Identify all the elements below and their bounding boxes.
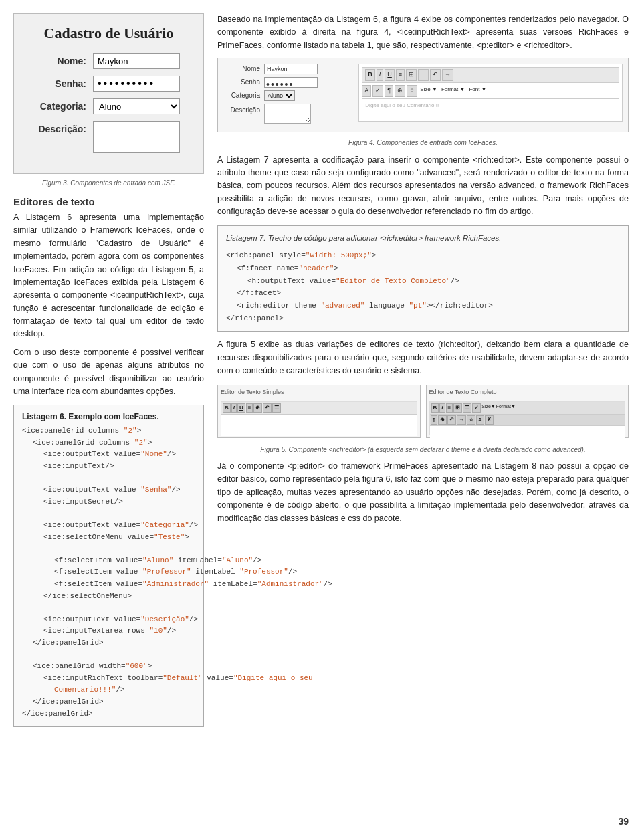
code-line: <ice:inputText/> bbox=[22, 461, 195, 473]
fig4-textarea-descricao[interactable] bbox=[264, 104, 311, 124]
form-title: Cadastro de Usuário bbox=[26, 25, 191, 42]
tb2-1[interactable]: A bbox=[362, 85, 371, 97]
editor-rich-box: Editor de Texto Completo B I ≡ ⊞ ☰ ✓ Siz… bbox=[426, 385, 629, 438]
textarea-descricao[interactable] bbox=[93, 121, 180, 153]
l7-line2: <f:facet name="header"> bbox=[226, 262, 620, 275]
tb-underline[interactable]: U bbox=[385, 69, 395, 81]
fig5-caption: Figura 5. Componente <rich:editor> (à es… bbox=[217, 445, 629, 455]
tb-misc5[interactable]: → bbox=[442, 69, 453, 81]
rich-tb-misc2[interactable]: ⊞ bbox=[453, 403, 462, 413]
right-column: Baseado na implementação da Listagem 6, … bbox=[217, 13, 629, 827]
fig4-rich-content: Digite aqui o seu Comentario!!! bbox=[362, 98, 619, 118]
editor-rich-content: B I ≡ ⊞ ☰ ✓ Size▼ Format▼ ¶ ⊕ ↶ → bbox=[429, 401, 626, 435]
l7-line6: </rich:panel> bbox=[226, 312, 620, 325]
code-line: <ice:inputSecret/> bbox=[22, 496, 195, 508]
right-intro-paragraph: Baseado na implementação da Listagem 6, … bbox=[217, 13, 629, 52]
fig4-toolbar2: A ✓ ¶ ⊕ ☆ Size ▼ Format ▼ Font ▼ bbox=[362, 85, 619, 97]
l7-line3: <h:outputText value="Editor de Texto Com… bbox=[226, 275, 620, 288]
listing6-code: <ice:panelGrid columns="2"> <ice:panelGr… bbox=[22, 425, 195, 720]
code-line: <ice:panelGrid columns="2"> bbox=[22, 425, 195, 437]
tb-misc4[interactable]: ↶ bbox=[430, 69, 441, 81]
rich-tb-misc1[interactable]: ≡ bbox=[446, 403, 453, 413]
fig4-label-nome: Nome bbox=[223, 64, 260, 74]
listing7-code: <rich:panel style="width: 500px;"> <f:fa… bbox=[226, 249, 620, 324]
simple-tb-b[interactable]: B bbox=[223, 403, 231, 413]
select-categoria[interactable]: Aluno Professor Administrador bbox=[93, 98, 180, 114]
jsf-form-screenshot: Cadastro de Usuário Nome: Senha: Categor… bbox=[13, 13, 204, 174]
tb2-format: Format ▼ bbox=[440, 85, 466, 97]
fig4-row-senha: Senha •••••• bbox=[223, 77, 352, 88]
code-line bbox=[22, 508, 195, 520]
code-line: <f:selectItem value="Administrador" item… bbox=[22, 579, 195, 591]
tb-misc1[interactable]: ≡ bbox=[396, 69, 405, 81]
simple-content-area bbox=[221, 415, 417, 436]
fig4-select-categoria[interactable]: Aluno bbox=[264, 90, 295, 101]
l7-line1: <rich:panel style="width: 500px;"> bbox=[226, 249, 620, 262]
rich-tb-i[interactable]: I bbox=[439, 403, 445, 413]
form-row-nome: Nome: bbox=[26, 53, 191, 69]
simple-tb-i[interactable]: I bbox=[231, 403, 237, 413]
rich-tb-misc3[interactable]: ☰ bbox=[463, 403, 471, 413]
code-line: <ice:outputText value="Nome"/> bbox=[22, 449, 195, 461]
fig4-row-nome: Nome Haykon bbox=[223, 64, 352, 74]
fig4-caption: Figura 4. Componentes de entrada com Ice… bbox=[217, 138, 629, 148]
simple-tb-5[interactable]: ⊕ bbox=[253, 403, 262, 413]
code-line: </ice:panelGrid> bbox=[22, 696, 195, 708]
listing7-box: Listagem 7. Trecho de código para adicio… bbox=[217, 225, 629, 332]
rich-tb2-2[interactable]: ⊕ bbox=[438, 415, 447, 425]
right-paragraph3: A Listagem 7 apresenta a codificação par… bbox=[217, 154, 629, 219]
right-paragraph5: Já o componente <p:editor> do framework … bbox=[217, 460, 629, 525]
rich-tb2-3[interactable]: ↶ bbox=[447, 415, 456, 425]
simple-tb-6[interactable]: ↶ bbox=[263, 403, 272, 413]
tb-bold[interactable]: B bbox=[365, 69, 375, 81]
editor-simple-content: B I U ≡ ⊕ ↶ ☰ bbox=[221, 401, 417, 435]
l7-line4: </f:facet> bbox=[226, 287, 620, 300]
tb-misc3[interactable]: ☰ bbox=[418, 69, 429, 81]
code-line: <ice:outputText value="Senha"/> bbox=[22, 484, 195, 496]
input-senha[interactable] bbox=[93, 76, 180, 92]
code-line: <ice:outputText value="Categoria"/> bbox=[22, 520, 195, 532]
code-line bbox=[22, 473, 195, 485]
rich-toolbar2: ¶ ⊕ ↶ → ☆ A ✗ bbox=[430, 415, 625, 426]
fig4-rich-editor: B I U ≡ ⊞ ☰ ↶ → A ✓ ¶ ⊕ ☆ Size ▼ Format … bbox=[358, 64, 623, 122]
rich-tb2-1[interactable]: ¶ bbox=[431, 415, 437, 425]
listing6-box: Listagem 6. Exemplo com IceFaces. <ice:p… bbox=[13, 405, 204, 727]
simple-toolbar: B I U ≡ ⊕ ↶ ☰ bbox=[221, 402, 417, 415]
tb2-2[interactable]: ✓ bbox=[372, 85, 383, 97]
code-line: <ice:inputTextarea rows="10"/> bbox=[22, 625, 195, 637]
fig4-row-categoria: Categoria Aluno bbox=[223, 90, 352, 101]
editor-rich-title: Editor de Texto Completo bbox=[429, 388, 626, 399]
rich-tb2-7[interactable]: ✗ bbox=[485, 415, 494, 425]
simple-tb-4[interactable]: ≡ bbox=[246, 403, 253, 413]
fig4-screenshot: Nome Haykon Senha •••••• Categoria Aluno… bbox=[217, 58, 629, 132]
fig4-input-nome: Haykon bbox=[264, 64, 318, 74]
form-row-senha: Senha: bbox=[26, 76, 191, 92]
tb2-4[interactable]: ⊕ bbox=[395, 85, 405, 97]
tb-misc2[interactable]: ⊞ bbox=[406, 69, 417, 81]
code-line: <ice:panelGrid columns="2"> bbox=[22, 437, 195, 449]
input-nome[interactable] bbox=[93, 53, 180, 69]
code-line bbox=[22, 602, 195, 614]
tb2-3[interactable]: ¶ bbox=[385, 85, 393, 97]
code-line: </ice:selectOneMenu> bbox=[22, 591, 195, 603]
tb2-label: Size ▼ bbox=[419, 85, 439, 97]
rich-tb-misc4[interactable]: ✓ bbox=[472, 403, 481, 413]
left-paragraph1: A Listagem 6 apresenta uma implementação… bbox=[13, 211, 204, 341]
section-heading-editores: Editores de texto bbox=[13, 196, 204, 207]
fig3-caption: Figura 3. Componentes de entrada com JSF… bbox=[13, 179, 204, 187]
simple-tb-u[interactable]: U bbox=[237, 403, 245, 413]
rich-tb2-6[interactable]: A bbox=[476, 415, 484, 425]
fig4-row-descricao: Descrição bbox=[223, 104, 352, 124]
rich-content-area bbox=[430, 426, 625, 439]
tb-italic[interactable]: I bbox=[377, 69, 384, 81]
rich-tb2-4[interactable]: → bbox=[457, 415, 466, 425]
fig4-label-descricao: Descrição bbox=[223, 105, 260, 116]
rich-tb-b[interactable]: B bbox=[431, 403, 439, 413]
rich-tb2-5[interactable]: ☆ bbox=[467, 415, 475, 425]
rich-tb-format: Format▼ bbox=[496, 403, 516, 413]
simple-tb-7[interactable]: ☰ bbox=[272, 403, 281, 413]
tb2-5[interactable]: ☆ bbox=[407, 85, 417, 97]
code-line: <ice:selectOneMenu value="Teste"> bbox=[22, 532, 195, 544]
code-line: <f:selectItem value="Aluno" itemLabel="A… bbox=[22, 555, 195, 567]
editor-simple-title: Editor de Texto Simples bbox=[221, 388, 417, 399]
